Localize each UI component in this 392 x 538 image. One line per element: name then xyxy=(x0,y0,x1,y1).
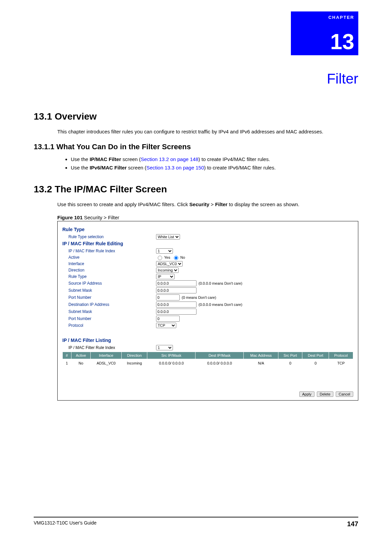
port1-input[interactable] xyxy=(156,294,180,300)
col-direction: Direction xyxy=(122,352,147,359)
subnet1-input[interactable] xyxy=(156,287,197,293)
col-protocol: Protocol xyxy=(329,352,353,359)
chapter-label: CHAPTER xyxy=(328,15,354,20)
chapter-badge: CHAPTER 13 xyxy=(291,11,358,55)
src-ip-input[interactable] xyxy=(156,280,197,286)
section-13.2-p1: Use this screen to create and apply IPv4… xyxy=(57,201,358,208)
rule-type-dropdown[interactable]: IP xyxy=(156,274,175,279)
link-section-13.3[interactable]: Section 13.3 on page 150 xyxy=(146,165,204,170)
chapter-number: 13 xyxy=(330,31,354,53)
src-ip-hint: (0.0.0.0 means Don't care) xyxy=(199,281,242,285)
interface-label: Interface xyxy=(62,261,156,266)
direction-label: Direction xyxy=(62,268,156,273)
col-dest-port: Dest Port xyxy=(302,352,329,359)
rule-type-label: Rule Type xyxy=(62,274,156,279)
subnet1-label: Subnet Mask xyxy=(62,288,156,293)
rule-index-label: IP / MAC Filter Rule Index xyxy=(62,249,156,253)
bullet-1: Use the IP/MAC Filter screen (Section 13… xyxy=(71,156,358,162)
listing-index-label: IP / MAC Filter Rule Index xyxy=(62,345,156,350)
protocol-dropdown[interactable]: TCP xyxy=(156,323,176,328)
col-dest-ip: Dest IP/Mask xyxy=(195,352,244,359)
rule-type-section-header: Rule Type xyxy=(62,227,353,232)
active-no-radio[interactable] xyxy=(174,256,178,260)
table-row: 1 No ADSL_VC0 Incoming 0.0.0.0/ 0.0.0.0 … xyxy=(63,359,353,368)
manual-page: CHAPTER 13 Filter 13.1 Overview This cha… xyxy=(0,0,392,538)
col-num: # xyxy=(63,352,71,359)
direction-dropdown[interactable]: Incoming xyxy=(156,267,179,273)
dst-ip-label: Destination IP Address xyxy=(62,302,156,307)
col-mac: Mac Address xyxy=(244,352,278,359)
col-src-port: Src Port xyxy=(278,352,302,359)
footer-guide-name: VMG1312-T10C User's Guide xyxy=(34,520,96,528)
port1-label: Port Number xyxy=(62,295,156,300)
section-13.1.1-heading: 13.1.1 What You Can Do in the Filter Scr… xyxy=(34,143,358,151)
port2-label: Port Number xyxy=(62,316,156,321)
col-active: Active xyxy=(71,352,91,359)
editing-section-header: IP / MAC Filter Rule Editing xyxy=(62,241,353,246)
interface-dropdown[interactable]: ADSL_VC0 xyxy=(156,261,183,266)
rule-type-selection-dropdown[interactable]: White List xyxy=(156,234,180,240)
bullet-2: Use the IPv6/MAC Filter screen (Section … xyxy=(71,165,358,170)
subnet2-input[interactable] xyxy=(156,309,197,315)
table-header-row: # Active Interface Direction Src IP/Mask… xyxy=(63,352,353,359)
listing-index-dropdown[interactable]: 1 xyxy=(156,345,173,350)
col-interface: Interface xyxy=(91,352,122,359)
active-label: Active xyxy=(62,255,156,260)
rule-index-dropdown[interactable]: 1 xyxy=(156,248,173,254)
page-content: 13.1 Overview This chapter introduces fi… xyxy=(34,111,358,401)
footer-page-number: 147 xyxy=(347,520,358,528)
section-13.2-heading: 13.2 The IP/MAC Filter Screen xyxy=(34,184,358,195)
listing-section-header: IP / MAC Filter Listing xyxy=(62,338,353,343)
cancel-button[interactable]: Cancel xyxy=(336,391,353,397)
protocol-label: Protocol xyxy=(62,323,156,328)
figure-101-caption: Figure 101 Security > Filter xyxy=(57,215,358,220)
src-ip-label: Source IP Address xyxy=(62,281,156,286)
port1-hint: (0 means Don't care) xyxy=(182,295,216,299)
page-footer: VMG1312-T10C User's Guide 147 xyxy=(34,517,358,528)
dst-ip-hint: (0.0.0.0 means Don't care) xyxy=(199,303,242,307)
filter-listing-table: # Active Interface Direction Src IP/Mask… xyxy=(62,352,353,367)
delete-button[interactable]: Delete xyxy=(317,391,334,397)
rule-type-selection-label: Rule Type selection xyxy=(62,234,156,239)
col-src-ip: Src IP/Mask xyxy=(147,352,195,359)
chapter-title: Filter xyxy=(327,71,358,87)
section-13.1-heading: 13.1 Overview xyxy=(34,111,358,122)
bullet-list: Use the IP/MAC Filter screen (Section 13… xyxy=(57,156,358,170)
subnet2-label: Subnet Mask xyxy=(62,309,156,314)
filter-screen-figure: Rule Type Rule Type selection White List… xyxy=(57,221,358,401)
active-yes-radio[interactable] xyxy=(158,256,162,260)
button-row: Apply Delete Cancel xyxy=(62,391,353,397)
section-13.1-p1: This chapter introduces filter rules you… xyxy=(57,128,358,135)
dst-ip-input[interactable] xyxy=(156,302,197,308)
apply-button[interactable]: Apply xyxy=(299,391,315,397)
port2-input[interactable] xyxy=(156,316,180,322)
link-section-13.2[interactable]: Section 13.2 on page 148 xyxy=(141,156,199,162)
